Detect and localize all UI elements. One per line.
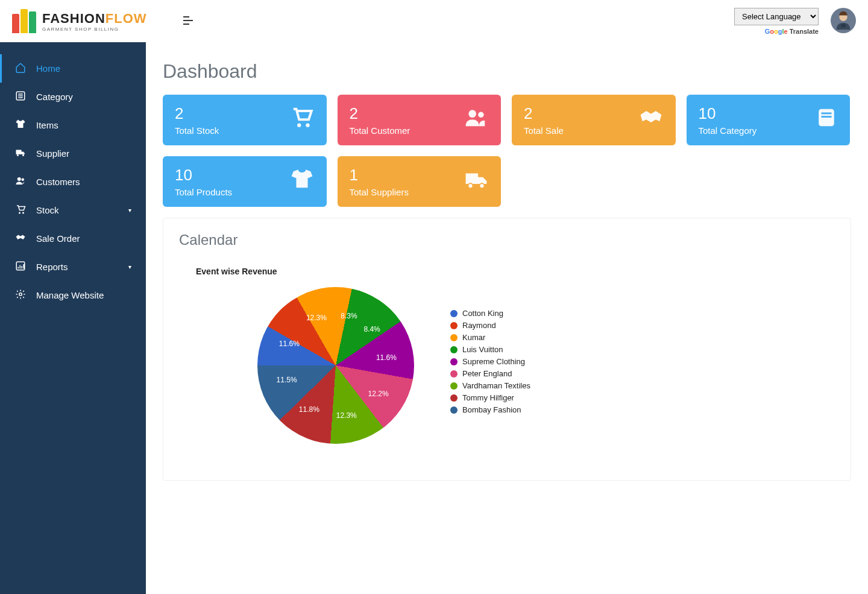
chart-legend: Cotton KingRaymondKumarLuis VuittonSupre… (450, 309, 530, 417)
legend-label: Tommy Hilfiger (462, 393, 514, 402)
legend-item[interactable]: Supreme Clothing (450, 357, 530, 366)
legend-dot-icon (450, 322, 458, 329)
legend-dot-icon (450, 394, 458, 402)
tshirt-icon (291, 168, 313, 195)
cart-icon (291, 106, 313, 134)
legend-dot-icon (450, 382, 458, 390)
sidebar-item-label: Stock (36, 205, 59, 215)
legend-item[interactable]: Kumar (450, 333, 530, 342)
pie-slice-label: 11.5% (277, 376, 297, 384)
legend-dot-icon (450, 406, 458, 414)
svg-point-18 (468, 183, 473, 188)
svg-point-13 (468, 110, 476, 118)
sidebar: HomeCategoryItemsSupplierCustomersStock▾… (0, 42, 146, 594)
sidebar-item-stock[interactable]: Stock▾ (0, 196, 146, 224)
sidebar-item-customers[interactable]: Customers (0, 168, 146, 196)
legend-dot-icon (450, 346, 458, 353)
handshake-icon (14, 232, 27, 245)
legend-label: Kumar (462, 333, 485, 342)
svg-point-3 (17, 154, 19, 156)
legend-label: Bombay Fashion (462, 405, 521, 414)
svg-point-12 (306, 124, 309, 127)
language-select[interactable]: Select Language (734, 8, 819, 25)
svg-rect-1 (841, 24, 846, 27)
pie-slice-label: 11.6% (376, 353, 397, 362)
legend-item[interactable]: Vardhaman Textiles (450, 381, 530, 390)
stat-card-total-category[interactable]: 10Total Category (687, 95, 851, 145)
svg-rect-17 (822, 116, 832, 118)
logo-text-accent: FLOW (105, 11, 147, 26)
user-avatar[interactable] (831, 8, 856, 33)
svg-point-14 (478, 112, 484, 118)
legend-item[interactable]: Luis Vuitton (450, 345, 530, 354)
svg-rect-16 (822, 113, 832, 115)
sidebar-item-label: Reports (36, 262, 68, 272)
legend-label: Luis Vuitton (462, 345, 503, 354)
legend-label: Vardhaman Textiles (462, 381, 530, 390)
truck-icon (465, 168, 488, 195)
legend-item[interactable]: Peter England (450, 369, 530, 378)
sidebar-item-label: Items (36, 120, 58, 130)
pie-slice-label: 8.4% (363, 325, 380, 333)
tshirt-icon (14, 119, 27, 131)
sidebar-item-supplier[interactable]: Supplier (0, 139, 146, 168)
stat-card-total-suppliers[interactable]: 1Total Suppliers (338, 156, 502, 207)
stat-card-total-products[interactable]: 10Total Products (163, 156, 327, 207)
book-icon (816, 107, 837, 133)
gear-icon (14, 289, 27, 302)
stat-card-total-customer[interactable]: 2Total Customer (338, 95, 502, 145)
sidebar-item-home[interactable]: Home (0, 54, 146, 83)
truck-icon (14, 147, 27, 160)
sidebar-item-category[interactable]: Category (0, 83, 146, 111)
pie-slice-label: 11.8% (299, 405, 319, 414)
sidebar-item-label: Supplier (36, 148, 69, 159)
logo-tagline: GARMENT SHOP BILLING (42, 27, 147, 32)
legend-dot-icon (450, 358, 458, 365)
pie-slice-label: 12.3% (336, 411, 357, 420)
legend-item[interactable]: Tommy Hilfiger (450, 393, 530, 402)
legend-dot-icon (450, 334, 458, 341)
legend-label: Supreme Clothing (462, 357, 525, 366)
menu-toggle-icon[interactable] (183, 15, 193, 28)
stat-cards: 2Total Stock2Total Customer2Total Sale10… (163, 95, 851, 207)
svg-point-10 (19, 293, 22, 296)
topbar: FASHIONFLOW GARMENT SHOP BILLING Select … (0, 0, 868, 42)
legend-label: Raymond (462, 321, 496, 330)
list-icon (14, 90, 27, 103)
stat-card-total-stock[interactable]: 2Total Stock (163, 95, 327, 145)
stat-card-total-sale[interactable]: 2Total Sale (512, 95, 676, 145)
sidebar-item-manage-website[interactable]: Manage Website (0, 281, 146, 309)
svg-point-6 (22, 179, 25, 182)
logo[interactable]: FASHIONFLOW GARMENT SHOP BILLING (12, 9, 147, 33)
legend-item[interactable]: Cotton King (450, 309, 530, 318)
handshake-icon (640, 106, 662, 134)
sidebar-item-label: Customers (36, 177, 80, 187)
svg-point-5 (17, 177, 21, 181)
panel-title: Calendar (179, 232, 835, 248)
chevron-down-icon: ▾ (128, 207, 131, 213)
calendar-panel: Calendar Event wise Revenue 8.3%8.4%11.6… (163, 218, 851, 481)
cart-icon (14, 204, 27, 216)
sidebar-item-sale-order[interactable]: Sale Order (0, 224, 146, 253)
pie-slice-label: 8.3% (341, 312, 357, 320)
chart-icon (14, 261, 27, 273)
legend-dot-icon (450, 370, 458, 378)
sidebar-item-reports[interactable]: Reports▾ (0, 253, 146, 281)
sidebar-item-label: Manage Website (36, 290, 104, 300)
logo-text-main: FASHION (42, 11, 105, 26)
sidebar-item-items[interactable]: Items (0, 111, 146, 139)
svg-point-8 (22, 212, 24, 214)
legend-dot-icon (450, 310, 458, 317)
svg-point-7 (19, 212, 20, 214)
legend-item[interactable]: Raymond (450, 321, 530, 330)
pie-chart: 8.3%8.4%11.6%12.2%12.3%11.8%11.5%11.6%12… (251, 287, 835, 444)
logo-bars-icon (12, 9, 36, 33)
users-icon (14, 175, 27, 188)
users-icon (465, 106, 488, 134)
svg-point-11 (297, 124, 301, 127)
sidebar-item-label: Sale Order (36, 233, 80, 244)
legend-item[interactable]: Bombay Fashion (450, 405, 530, 414)
legend-label: Cotton King (462, 309, 503, 318)
google-translate-link[interactable]: Google Translate (734, 28, 819, 35)
main-content: Dashboard 2Total Stock2Total Customer2To… (146, 42, 868, 594)
